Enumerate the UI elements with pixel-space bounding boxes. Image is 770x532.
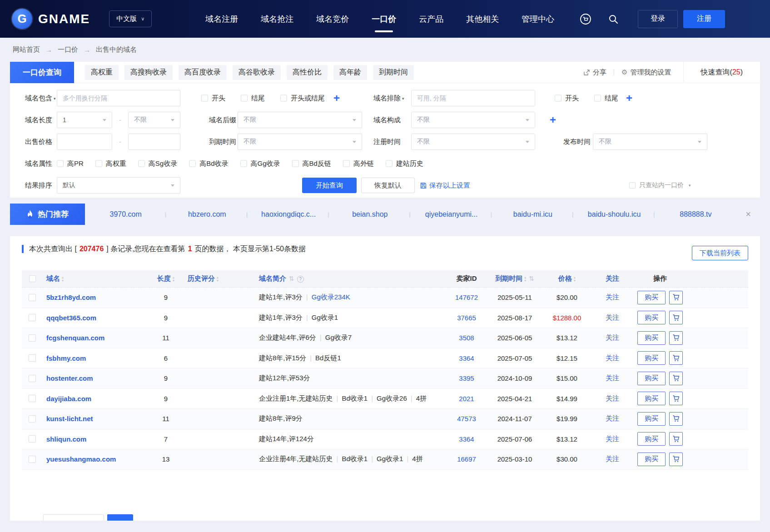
domain-link[interactable]: yuesushangmao.com xyxy=(46,455,116,463)
length-from-select[interactable]: 1 xyxy=(57,112,112,128)
select-all-checkbox[interactable] xyxy=(29,275,36,282)
buy-button[interactable]: 购买 xyxy=(637,311,666,324)
bottom-partial-input[interactable] xyxy=(43,514,104,521)
nav-item[interactable]: 管理中心 xyxy=(522,10,554,29)
domain-link[interactable]: fcgshenquan.com xyxy=(46,334,104,342)
login-button[interactable]: 登录 xyxy=(638,10,678,28)
domain-link[interactable]: qqqbet365.com xyxy=(46,314,96,322)
download-list-button[interactable]: 下载当前列表 xyxy=(692,246,748,260)
checkbox-option[interactable]: 开头 xyxy=(201,94,225,103)
follow-link[interactable]: 关注 xyxy=(606,394,619,402)
hot-domain-link[interactable]: baidu-shoulu.icu xyxy=(588,210,641,219)
nav-item[interactable]: 域名注册 xyxy=(205,10,238,29)
domain-link[interactable]: shliqun.com xyxy=(46,435,86,443)
buy-button[interactable]: 购买 xyxy=(637,412,666,426)
checkbox-option[interactable]: 高Sg收录 xyxy=(138,159,177,168)
search-button[interactable]: 开始查询 xyxy=(302,178,357,193)
buy-button[interactable]: 购买 xyxy=(637,432,666,446)
expire-select[interactable]: 不限 xyxy=(238,134,362,150)
col-domain[interactable]: 域名▴▾ xyxy=(43,274,152,283)
sort-select[interactable]: 默认 xyxy=(57,177,180,194)
checkbox-option[interactable]: 高外链 xyxy=(343,159,374,168)
row-checkbox[interactable] xyxy=(29,334,36,342)
follow-link[interactable]: 关注 xyxy=(606,333,619,341)
hot-domain-link[interactable]: haoxiongdiqc.c... xyxy=(261,210,316,219)
hot-domain-link[interactable]: beian.shop xyxy=(352,210,387,219)
sort-icon[interactable]: ▴▾ xyxy=(173,276,174,282)
checkbox-option[interactable]: 结尾 xyxy=(241,94,265,103)
sort-icon[interactable]: ▴▾ xyxy=(574,276,576,282)
add-to-cart-button[interactable] xyxy=(669,331,683,345)
add-to-cart-button[interactable] xyxy=(669,452,683,466)
domain-link[interactable]: dayijiaba.com xyxy=(46,395,91,403)
add-to-cart-button[interactable] xyxy=(669,432,683,446)
sort-icon[interactable]: ▴▾ xyxy=(217,276,219,282)
buy-button[interactable]: 购买 xyxy=(637,372,666,385)
sort-icon[interactable]: ▴▾ xyxy=(524,276,526,282)
brand[interactable]: G GNAME xyxy=(12,9,90,29)
follow-link[interactable]: 关注 xyxy=(606,414,619,422)
seller-id-link[interactable]: 3395 xyxy=(459,374,474,382)
filter-tab[interactable]: 高性价比 xyxy=(287,65,328,80)
sort-icon[interactable]: ▴▾ xyxy=(62,276,64,282)
hot-domain-link[interactable]: hbzero.com xyxy=(188,210,226,219)
seller-id-link[interactable]: 37665 xyxy=(457,314,476,322)
breadcrumb-item[interactable]: 一口价 → xyxy=(58,45,96,54)
price-to-input[interactable] xyxy=(128,134,180,150)
add-to-cart-button[interactable] xyxy=(669,412,683,426)
col-desc[interactable]: 域名简介⇅? xyxy=(255,274,446,283)
row-checkbox[interactable] xyxy=(29,456,36,463)
follow-link[interactable]: 关注 xyxy=(606,455,619,462)
add-to-cart-button[interactable] xyxy=(669,392,683,405)
buy-button[interactable]: 购买 xyxy=(637,331,666,345)
add-to-cart-button[interactable] xyxy=(669,372,683,385)
filter-tab[interactable]: 高权重 xyxy=(85,65,119,80)
add-to-cart-button[interactable] xyxy=(669,351,683,365)
nav-item[interactable]: 域名抢注 xyxy=(261,10,293,29)
checkbox-option[interactable]: 高Gg收录 xyxy=(240,159,280,168)
filter-tab[interactable]: 高年龄 xyxy=(333,65,367,80)
buy-button[interactable]: 购买 xyxy=(637,291,666,304)
domain-link[interactable]: 5bz1rh8yd.com xyxy=(46,293,96,301)
filter-tab[interactable]: 高百度收录 xyxy=(179,65,227,80)
checkbox-option[interactable]: 高权重 xyxy=(95,159,126,168)
share-button[interactable]: 分享 xyxy=(583,68,606,77)
filter-tab[interactable]: 到期时间 xyxy=(373,65,414,80)
help-icon[interactable]: ? xyxy=(297,276,304,283)
seller-id-link[interactable]: 3508 xyxy=(459,334,474,342)
reset-button[interactable]: 恢复默认 xyxy=(361,178,415,193)
hot-domain-link[interactable]: 3970.com xyxy=(109,210,141,219)
hot-domain-link[interactable]: 888888.tv xyxy=(680,210,711,219)
exclude-input[interactable] xyxy=(411,90,535,106)
row-checkbox[interactable] xyxy=(29,354,36,362)
save-settings-link[interactable]: 保存以上设置 xyxy=(420,181,470,190)
price-from-input[interactable] xyxy=(57,134,112,150)
nav-item[interactable]: 云产品 xyxy=(419,10,443,29)
hot-domain-link[interactable]: qiyebeianyumi... xyxy=(425,210,478,219)
seller-id-link[interactable]: 3364 xyxy=(459,354,474,362)
checkbox-option[interactable]: 建站历史 xyxy=(386,159,423,168)
checkbox-option[interactable]: 高Bd收录 xyxy=(189,159,228,168)
include-label[interactable]: 域名包含▾ xyxy=(25,94,56,103)
include-input[interactable] xyxy=(57,90,180,106)
row-checkbox[interactable] xyxy=(29,375,36,382)
close-icon[interactable]: × xyxy=(736,204,760,225)
follow-link[interactable]: 关注 xyxy=(606,293,619,301)
row-checkbox[interactable] xyxy=(29,435,36,443)
swap-sort-icon[interactable]: ⇅ xyxy=(529,275,534,282)
publish-time-select[interactable]: 不限 xyxy=(593,134,707,150)
checkbox-option[interactable]: 高Bd反链 xyxy=(292,159,331,168)
compose-select[interactable]: 不限 xyxy=(411,112,535,128)
nav-item[interactable]: 域名竞价 xyxy=(316,10,349,29)
domain-link[interactable]: fsbhmy.com xyxy=(46,354,86,362)
follow-link[interactable]: 关注 xyxy=(606,313,619,321)
seller-id-link[interactable]: 2021 xyxy=(459,395,474,403)
language-selector[interactable]: 中文版 ∨ xyxy=(109,10,152,27)
swap-sort-icon[interactable]: ⇅ xyxy=(289,275,294,282)
col-price[interactable]: 价格▴▾ xyxy=(542,274,592,283)
buy-button[interactable]: 购买 xyxy=(637,452,666,466)
add-to-cart-button[interactable] xyxy=(669,291,683,304)
search-icon[interactable] xyxy=(608,14,619,25)
col-length[interactable]: 长度▴▾ xyxy=(152,274,180,283)
register-button[interactable]: 注册 xyxy=(683,10,725,28)
